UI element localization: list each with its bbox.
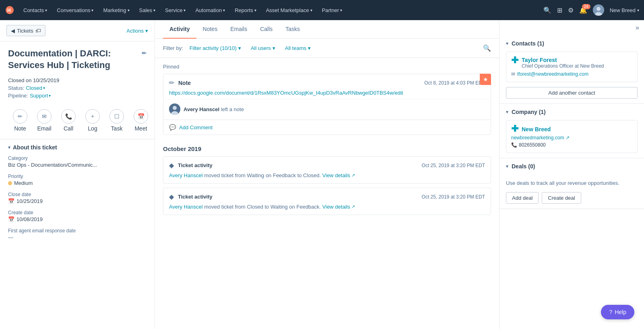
activity-title-2: Ticket activity [178, 194, 213, 200]
nav-conversations[interactable]: Conversations▾ [53, 6, 97, 15]
task-action[interactable]: ☐ Task [105, 107, 129, 134]
view-details-1[interactable]: View details ↗ [322, 172, 355, 178]
timeline-label: October 2019 [163, 140, 491, 156]
note-pencil-icon: ✏ [169, 79, 174, 87]
search-icon[interactable]: 🔍 [543, 6, 551, 14]
user-menu[interactable]: New Breed▾ [610, 7, 639, 13]
activity-body-2: Avery Hanscel moved ticket from Closed t… [163, 204, 491, 215]
nav-right-section: 🔍 ⊞ ⚙ 🔔 24 New Breed▾ [543, 4, 639, 16]
actions-button[interactable]: Actions ▾ [126, 28, 148, 34]
nav-sales[interactable]: Sales▾ [135, 6, 160, 15]
grid-icon[interactable]: ⊞ [557, 6, 562, 14]
phone-icon: 📞 [511, 142, 517, 148]
call-action[interactable]: 📞 Call [56, 107, 80, 134]
activity-card-1-header: ◆ Ticket activity Oct 25, 2019 at 3:20 P… [163, 157, 491, 172]
tab-tasks[interactable]: Tasks [279, 20, 306, 39]
help-icon: ? [609, 309, 612, 315]
company-chevron-icon: ▾ [506, 109, 508, 115]
company-section-title: Company (1) [512, 109, 546, 115]
contact-card-header: ✚ Taylor Forest Chief Operations Officer… [511, 57, 632, 69]
activity-card-2: ◆ Ticket activity Oct 25, 2019 at 3:20 P… [163, 188, 491, 215]
author-text: Avery Hanscel left a note [184, 106, 244, 112]
external-link-icon-1: ↗ [351, 173, 355, 178]
about-header[interactable]: ▾ About this ticket [8, 144, 147, 151]
activity-title-1: Ticket activity [178, 162, 213, 168]
note-author: Avery Hanscel left a note [163, 99, 491, 120]
nav-partner[interactable]: Partner▾ [318, 6, 347, 15]
edit-icon[interactable]: ✏ [142, 50, 147, 57]
collapse-panel-button[interactable]: » [636, 24, 639, 31]
tab-emails[interactable]: Emails [224, 20, 254, 39]
tab-calls[interactable]: Calls [254, 20, 279, 39]
settings-icon[interactable]: ⚙ [568, 6, 574, 14]
deals-section-header[interactable]: ▾ Deals (0) [500, 158, 644, 174]
contact-name[interactable]: Taylor Forest [522, 57, 604, 63]
nav-asset-marketplace[interactable]: Asset Marketplace▾ [262, 6, 316, 15]
email-icon: ✉ [37, 109, 52, 124]
pipeline-row: Pipeline: Support ▾ [8, 93, 147, 99]
activity-actor-1[interactable]: Avery Hanscel [169, 172, 203, 178]
company-website[interactable]: newbreedmarketing.com ↗ [511, 135, 632, 141]
back-to-tickets-button[interactable]: ◀ Tickets 🏷 [6, 25, 45, 36]
main-layout: ◀ Tickets 🏷 Actions ▾ Documentation | DA… [0, 20, 644, 329]
deals-buttons: Add deal Create deal [506, 192, 638, 204]
nav-automation[interactable]: Automation▾ [191, 6, 229, 15]
activity-time-1: Oct 25, 2019 at 3:20 PM EDT [422, 163, 485, 168]
tab-activity[interactable]: Activity [163, 20, 196, 39]
center-panel: Activity Notes Emails Calls Tasks Filter… [155, 20, 499, 329]
nav-marketing[interactable]: Marketing▾ [99, 6, 133, 15]
activity-filter-button[interactable]: Filter activity (10/10) ▾ [186, 43, 244, 53]
view-details-2[interactable]: View details ↗ [322, 204, 355, 210]
tabs-bar: Activity Notes Emails Calls Tasks [155, 20, 499, 39]
help-button[interactable]: ? Help [601, 305, 634, 319]
contacts-section: ▾ Contacts (1) ✚ Taylor Forest Chief Ope… [500, 35, 644, 104]
meet-label: Meet [134, 125, 147, 132]
notifications-button[interactable]: 🔔 24 [579, 6, 587, 14]
company-section: ▾ Company (1) ✚ New Breed newbreedmarket… [500, 104, 644, 158]
status-chevron-icon: ▾ [43, 86, 45, 90]
company-name[interactable]: New Breed [522, 126, 551, 132]
log-icon: ＋ [85, 109, 100, 124]
status-dropdown[interactable]: Closed ▾ [26, 85, 45, 91]
add-comment-button[interactable]: 💬 Add Comment [163, 120, 491, 134]
tab-notes[interactable]: Notes [196, 20, 224, 39]
note-action[interactable]: ✏ Note [8, 107, 32, 134]
company-section-header[interactable]: ▾ Company (1) [500, 104, 644, 120]
close-date-field: Close date 📅 10/25/2019 [8, 192, 147, 204]
contact-plus-icon: ✚ [511, 56, 518, 65]
action-icons-bar: ✏ Note ✉ Email 📞 Call ＋ Log ☐ Task 📅 Mee [0, 102, 155, 139]
teams-filter-button[interactable]: All teams ▾ [282, 43, 314, 53]
pipeline-dropdown[interactable]: Support ▾ [30, 93, 51, 99]
nav-contacts[interactable]: Contacts▾ [19, 6, 51, 15]
external-link-icon: ↗ [566, 135, 570, 141]
activity-card-1: ◆ Ticket activity Oct 25, 2019 at 3:20 P… [163, 156, 491, 184]
author-avatar [169, 103, 180, 115]
note-link[interactable]: https://docs.google.com/document/d/1RsxM… [163, 90, 491, 99]
contact-role: Chief Operations Officer at New Breed [522, 63, 604, 69]
hubspot-logo[interactable]: H [5, 5, 14, 15]
email-label: Email [37, 125, 51, 132]
activity-search-icon[interactable]: 🔍 [483, 44, 491, 52]
log-action[interactable]: ＋ Log [80, 107, 105, 134]
contacts-chevron-icon: ▾ [506, 41, 508, 46]
meet-action[interactable]: 📅 Meet [129, 107, 153, 134]
contacts-section-header[interactable]: ▾ Contacts (1) [500, 35, 644, 52]
users-filter-button[interactable]: All users ▾ [248, 43, 279, 53]
email-action[interactable]: ✉ Email [32, 107, 56, 134]
nav-service[interactable]: Service▾ [161, 6, 190, 15]
contact-email[interactable]: ✉ tforest@newbreedmarketing.com [511, 71, 632, 77]
call-icon: 📞 [61, 109, 76, 124]
first-agent-email-field: First agent email response date — [8, 228, 147, 240]
deals-content: Use deals to track all your revenue oppo… [500, 174, 644, 209]
activity-card-2-header: ◆ Ticket activity Oct 25, 2019 at 3:20 P… [163, 188, 491, 204]
add-deal-button[interactable]: Add deal [506, 192, 539, 204]
left-panel-header: ◀ Tickets 🏷 Actions ▾ [0, 20, 155, 41]
contact-card: ✚ Taylor Forest Chief Operations Officer… [506, 52, 638, 82]
pipeline-chevron-icon: ▾ [49, 93, 51, 98]
activity-actor-2[interactable]: Avery Hanscel [169, 204, 203, 210]
note-title: Note [178, 80, 191, 86]
activity-content: Pinned ★ ✏ Note Oct 8, 2019 at 4:03 PM E… [155, 58, 499, 329]
add-contact-button[interactable]: Add another contact [506, 87, 638, 99]
create-deal-button[interactable]: Create deal [542, 192, 581, 204]
nav-reports[interactable]: Reports▾ [231, 6, 260, 15]
